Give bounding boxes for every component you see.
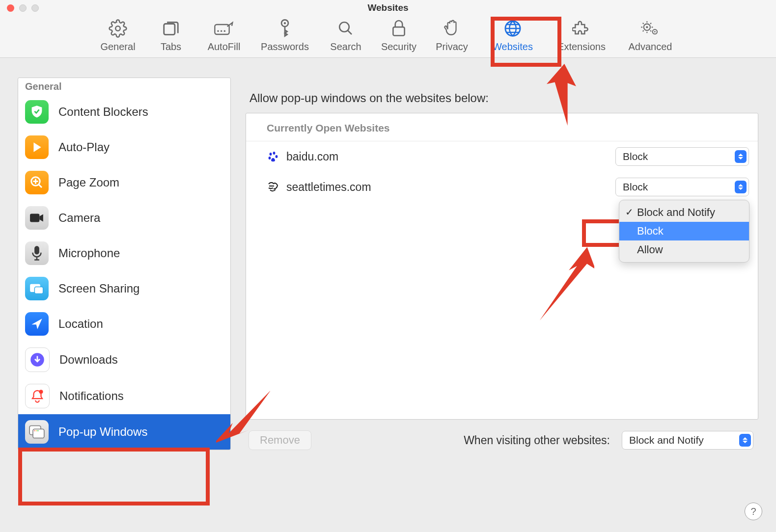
popup-windows-icon: [25, 420, 49, 444]
download-icon: [25, 347, 50, 372]
lock-icon: [389, 19, 409, 38]
tab-privacy[interactable]: Privacy: [425, 19, 478, 53]
tab-label: Passwords: [261, 41, 309, 53]
help-button[interactable]: ?: [745, 503, 762, 520]
content-area: General Content Blockers Auto-Play Page …: [0, 58, 776, 450]
favicon-seattletimes-icon: [267, 181, 279, 193]
sidebar-item-auto-play[interactable]: Auto-Play: [18, 130, 230, 165]
main-panel: Allow pop-up windows on the websites bel…: [246, 78, 758, 450]
sidebar-item-location[interactable]: Location: [18, 306, 230, 342]
svg-point-6: [284, 22, 286, 24]
zoom-icon: [25, 171, 49, 194]
hand-icon: [442, 19, 462, 38]
gears-icon: [640, 19, 660, 38]
menu-option-allow[interactable]: Allow: [619, 240, 749, 259]
chevron-updown-icon: [735, 181, 747, 193]
site-setting-select[interactable]: Block: [615, 147, 749, 166]
gear-icon: [108, 19, 128, 38]
other-websites-value: Block and Notify: [629, 434, 704, 446]
titlebar: Websites: [0, 0, 776, 16]
favicon-baidu-icon: [267, 150, 279, 163]
svg-rect-16: [34, 246, 39, 254]
svg-point-24: [36, 430, 37, 431]
chevron-updown-icon: [735, 150, 747, 163]
site-setting-value: Block: [623, 151, 648, 162]
svg-rect-18: [34, 287, 43, 294]
websites-list-header: Currently Open Websites: [246, 113, 758, 141]
sidebar-item-camera[interactable]: Camera: [18, 200, 230, 236]
tab-label: Privacy: [436, 41, 468, 53]
chevron-updown-icon: [739, 434, 751, 447]
sidebar-item-microphone[interactable]: Microphone: [18, 236, 230, 271]
sidebar-item-popup-windows[interactable]: Pop-up Windows: [18, 414, 230, 450]
tab-label: Security: [381, 41, 416, 53]
tab-general[interactable]: General: [91, 19, 144, 53]
svg-rect-8: [393, 27, 404, 35]
annotation-box-popup-windows: [18, 448, 210, 505]
autofill-icon: [214, 19, 234, 38]
svg-point-23: [34, 430, 35, 431]
window-title: Websites: [0, 2, 776, 13]
tab-label: Advanced: [629, 41, 672, 53]
svg-rect-0: [164, 24, 175, 35]
tab-label: General: [100, 41, 135, 53]
sidebar-item-label: Location: [58, 317, 103, 331]
sidebar-item-notifications[interactable]: Notifications: [18, 378, 230, 414]
sidebar-item-label: Pop-up Windows: [58, 425, 147, 439]
sidebar-item-downloads[interactable]: Downloads: [18, 342, 230, 378]
other-websites-select[interactable]: Block and Notify: [622, 431, 753, 450]
svg-point-3: [221, 30, 222, 32]
site-row[interactable]: baidu.com Block: [246, 141, 758, 172]
tab-passwords[interactable]: Passwords: [250, 19, 319, 53]
tab-label: Tabs: [161, 41, 181, 53]
svg-point-28: [269, 157, 271, 160]
tab-label: Extensions: [557, 41, 606, 53]
svg-point-13: [654, 31, 656, 32]
svg-point-11: [646, 26, 648, 28]
panel-footer: Remove When visiting other websites: Blo…: [246, 420, 758, 450]
other-websites-label: When visiting other websites:: [464, 434, 610, 447]
tab-autofill[interactable]: AutoFill: [197, 19, 250, 53]
sidebar-item-label: Content Blockers: [58, 105, 148, 119]
tab-security[interactable]: Security: [372, 19, 425, 53]
menu-option-block[interactable]: Block: [619, 222, 749, 240]
tab-label: AutoFill: [208, 41, 241, 53]
svg-point-25: [37, 430, 38, 431]
sidebar-item-page-zoom[interactable]: Page Zoom: [18, 165, 230, 200]
preferences-toolbar: General Tabs AutoFill Passwords Search S…: [0, 16, 776, 58]
tab-websites[interactable]: Websites: [478, 19, 547, 53]
site-row[interactable]: seattletimes.com Block Block and Notify …: [246, 172, 758, 202]
tab-label: Websites: [493, 41, 533, 53]
svg-rect-15: [30, 213, 39, 222]
search-icon: [336, 19, 356, 38]
shield-check-icon: [25, 100, 49, 124]
sidebar-item-label: Microphone: [58, 246, 120, 260]
tab-search[interactable]: Search: [319, 19, 372, 53]
svg-point-27: [273, 152, 276, 155]
tab-tabs[interactable]: Tabs: [144, 19, 197, 53]
key-icon: [275, 19, 295, 38]
site-setting-select[interactable]: Block Block and Notify Block Allow: [615, 178, 749, 196]
tab-advanced[interactable]: Advanced: [616, 19, 685, 53]
bell-icon: [25, 384, 50, 408]
location-arrow-icon: [25, 312, 49, 336]
svg-point-2: [217, 30, 219, 32]
sidebar-item-label: Auto-Play: [58, 140, 110, 154]
remove-button[interactable]: Remove: [249, 430, 311, 450]
panel-heading: Allow pop-up windows on the websites bel…: [249, 91, 758, 105]
screen-share-icon: [25, 277, 49, 300]
menu-option-label: Block: [637, 225, 664, 237]
sidebar-item-screen-sharing[interactable]: Screen Sharing: [18, 271, 230, 306]
sidebar-item-label: Screen Sharing: [58, 282, 139, 295]
site-setting-value: Block: [623, 181, 648, 193]
sidebar-item-content-blockers[interactable]: Content Blockers: [18, 94, 230, 130]
websites-list: Currently Open Websites baidu.com Block …: [246, 113, 758, 420]
svg-point-7: [339, 22, 349, 32]
tab-label: Search: [330, 41, 361, 53]
play-icon: [25, 135, 49, 159]
menu-option-block-and-notify[interactable]: Block and Notify: [619, 203, 749, 222]
svg-point-20: [39, 390, 43, 394]
tab-extensions[interactable]: Extensions: [547, 19, 616, 53]
sidebar-item-label: Page Zoom: [58, 176, 119, 189]
site-setting-menu: Block and Notify Block Allow: [619, 200, 749, 263]
